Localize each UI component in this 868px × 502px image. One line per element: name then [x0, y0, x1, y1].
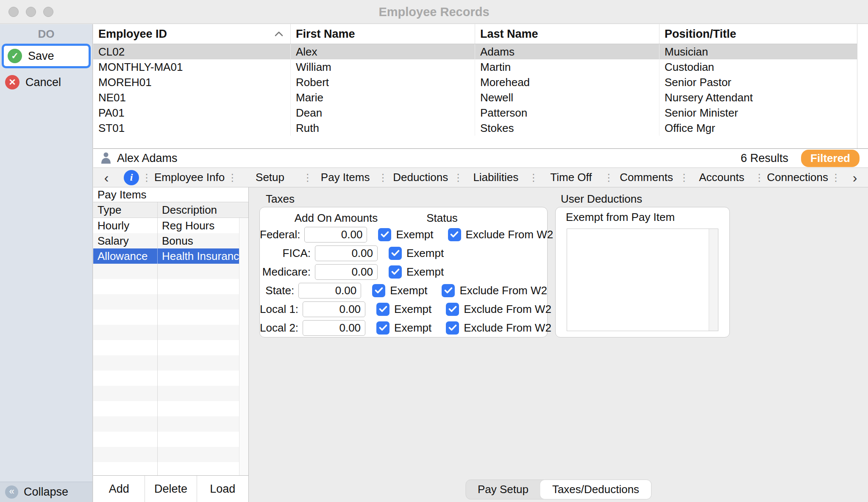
pay-item-empty-row[interactable] — [93, 325, 248, 340]
user-deductions-scrollbar[interactable] — [709, 229, 718, 331]
pay-item-type-cell — [93, 371, 158, 386]
employee-table-scrollbar[interactable] — [857, 24, 868, 148]
pay-items-header: Type Description — [93, 202, 248, 218]
pay-item-empty-row[interactable] — [93, 355, 248, 371]
sidebar-section-header: DO — [0, 24, 92, 44]
user-deductions-box: Exempt from Pay Item — [555, 207, 730, 337]
pay-item-empty-row[interactable] — [93, 264, 248, 279]
tab-deductions[interactable]: Deductions — [389, 171, 452, 184]
exempt-checkbox[interactable] — [378, 228, 391, 241]
info-icon[interactable]: i — [124, 170, 139, 185]
filtered-badge[interactable]: Filtered — [801, 150, 860, 167]
pay-item-empty-row[interactable] — [93, 340, 248, 355]
tab-separator: ⋮ — [302, 172, 314, 184]
load-button[interactable]: Load — [197, 476, 248, 502]
exempt-label: Exempt — [394, 321, 431, 335]
employee-row[interactable]: MONTHLY-MA01WilliamMartinCustodian — [93, 59, 868, 75]
tab-setup[interactable]: Setup — [238, 171, 302, 184]
exempt-checkbox[interactable] — [389, 265, 402, 279]
employee-column-first-name[interactable]: First Name — [291, 24, 475, 44]
zoom-window-icon[interactable] — [43, 7, 53, 17]
pay-item-empty-row[interactable] — [93, 462, 248, 475]
person-icon — [100, 152, 112, 165]
tab-accounts[interactable]: Accounts — [690, 171, 754, 184]
exempt-checkbox[interactable] — [372, 284, 385, 297]
pay-item-empty-row[interactable] — [93, 386, 248, 401]
content: Pay Items Type Description HourlyReg Hou… — [93, 187, 868, 502]
status-header: Status — [417, 212, 467, 225]
pay-item-row[interactable]: HourlyReg Hours — [93, 218, 248, 233]
tabs-scroll-left-icon[interactable]: ‹ — [93, 169, 120, 186]
tax-amount-input[interactable] — [298, 283, 361, 298]
pay-item-description-cell — [158, 264, 248, 279]
subtab-pay-setup[interactable]: Pay Setup — [466, 480, 540, 499]
cancel-button[interactable]: ✕ Cancel — [0, 71, 92, 94]
tab-pay-items[interactable]: Pay Items — [314, 171, 377, 184]
user-deductions-label: User Deductions — [561, 192, 642, 206]
tabs-scroll-right-icon[interactable]: › — [842, 169, 868, 186]
exclude-w2-checkbox[interactable] — [448, 228, 461, 241]
pay-item-empty-row[interactable] — [93, 310, 248, 325]
exclude-w2-label: Exclude From W2 — [464, 321, 551, 335]
delete-button[interactable]: Delete — [145, 476, 197, 502]
tax-amount-input[interactable] — [303, 320, 365, 336]
employee-column-position-title[interactable]: Position/Title — [659, 24, 868, 44]
tax-amount-input[interactable] — [304, 227, 367, 243]
employee-column-last-name[interactable]: Last Name — [475, 24, 659, 44]
tax-amount-input[interactable] — [315, 245, 378, 261]
exclude-w2-checkbox[interactable] — [442, 284, 455, 297]
tax-row-state: State:ExemptExclude From W2 — [260, 281, 547, 300]
pay-item-empty-row[interactable] — [93, 294, 248, 310]
pay-item-empty-row[interactable] — [93, 447, 248, 462]
pay-items-footer: AddDeleteLoad — [93, 475, 248, 502]
exempt-checkbox[interactable] — [376, 321, 389, 335]
tab-separator: ⋮ — [141, 172, 153, 184]
pay-item-empty-row[interactable] — [93, 432, 248, 447]
tab-separator: ⋮ — [830, 172, 842, 184]
record-bar: Alex Adams 6 Results Filtered — [93, 149, 868, 168]
exclude-w2-checkbox[interactable] — [446, 321, 459, 335]
subtab-taxes-deductions[interactable]: Taxes/Deductions — [540, 480, 651, 499]
pay-item-empty-row[interactable] — [93, 401, 248, 416]
employee-row[interactable]: NE01MarieNewellNursery Attendant — [93, 90, 868, 105]
tab-connections[interactable]: Connections — [765, 171, 830, 184]
pay-item-description-cell — [158, 294, 248, 310]
pay-item-description-cell — [158, 386, 248, 401]
user-deductions-list[interactable] — [567, 229, 718, 331]
employee-row[interactable]: ST01RuthStokesOffice Mgr — [93, 120, 868, 136]
add-button[interactable]: Add — [93, 476, 145, 502]
tax-amount-input[interactable] — [315, 264, 378, 280]
pay-item-empty-row[interactable] — [93, 371, 248, 386]
collapse-button[interactable]: « Collapse — [0, 482, 92, 502]
exclude-w2-checkbox[interactable] — [446, 303, 459, 316]
window-title: Employee Records — [0, 0, 868, 24]
pay-item-description-cell — [158, 462, 248, 475]
x-circle-icon: ✕ — [5, 75, 19, 89]
pay-item-type-cell — [93, 355, 158, 371]
pay-item-description-cell — [158, 447, 248, 462]
exempt-checkbox[interactable] — [389, 247, 402, 260]
tab-separator: ⋮ — [377, 172, 389, 184]
minimize-window-icon[interactable] — [26, 7, 36, 17]
employee-row[interactable]: CL02AlexAdamsMusician — [93, 44, 868, 59]
tax-amount-input[interactable] — [303, 301, 365, 317]
employee-row[interactable]: PA01DeanPattersonSenior Minister — [93, 105, 868, 120]
employee-column-employee-id[interactable]: Employee ID — [93, 24, 291, 44]
tab-time-off[interactable]: Time Off — [540, 171, 603, 184]
pay-item-description-cell: Bonus — [158, 233, 248, 248]
close-window-icon[interactable] — [8, 7, 19, 17]
tab-liabilities[interactable]: Liabilities — [464, 171, 528, 184]
pay-item-row[interactable]: SalaryBonus — [93, 233, 248, 248]
exempt-checkbox[interactable] — [376, 303, 389, 316]
pay-item-empty-row[interactable] — [93, 279, 248, 294]
pay-item-empty-row[interactable] — [93, 416, 248, 432]
tab-employee-info[interactable]: Employee Info — [153, 171, 226, 184]
tax-row-fica: FICA:Exempt — [260, 244, 547, 262]
tab-separator: ⋮ — [226, 172, 238, 184]
employee-row[interactable]: MOREH01RobertMoreheadSenior Pastor — [93, 75, 868, 90]
pay-item-row[interactable]: AllowanceHealth Insurance — [93, 248, 248, 264]
pay-items-scrollbar[interactable] — [239, 218, 248, 475]
current-record-name: Alex Adams — [117, 152, 178, 165]
tab-comments[interactable]: Comments — [615, 171, 678, 184]
save-button[interactable]: ✓ Save — [2, 44, 91, 68]
